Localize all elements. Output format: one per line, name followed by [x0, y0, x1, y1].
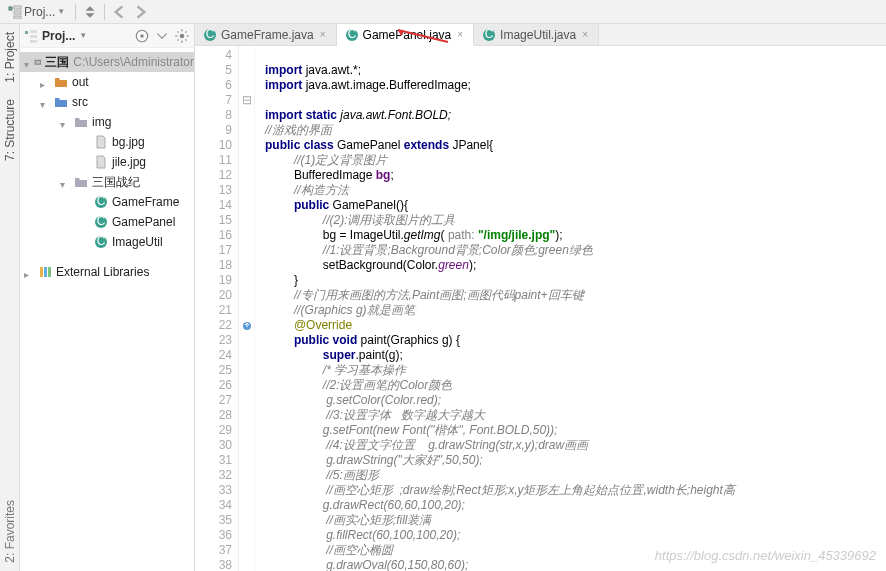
chevron-down-icon[interactable] [40, 97, 50, 107]
tree-node-gamepanel[interactable]: C GamePanel [20, 212, 194, 232]
svg-text:C: C [206, 28, 215, 41]
folder-icon [54, 75, 68, 89]
line-number: 21 [195, 303, 232, 318]
project-tree-icon [8, 5, 22, 19]
tree-label: out [72, 75, 89, 89]
svg-rect-19 [40, 267, 43, 277]
tree-node-jile[interactable]: jile.jpg [20, 152, 194, 172]
toolbar-back-icon[interactable] [111, 4, 127, 20]
collapse-icon[interactable] [82, 4, 98, 20]
class-icon: C [345, 28, 359, 42]
tree-node-gameframe[interactable]: C GameFrame [20, 192, 194, 212]
tab-label: ImageUtil.java [500, 28, 576, 42]
package-icon [74, 175, 88, 189]
chevron-right-icon[interactable] [40, 77, 50, 87]
left-tool-strip: 1: Project 7: Structure 2: Favorites [0, 24, 20, 571]
tool-window-project[interactable]: 1: Project [1, 24, 19, 91]
tree-root-label: 三国 [45, 54, 69, 71]
svg-point-10 [180, 33, 185, 38]
tree-label: src [72, 95, 88, 109]
project-panel-title: Proj... [42, 29, 75, 43]
class-icon: C [94, 235, 108, 249]
line-number: 19 [195, 273, 232, 288]
line-number: 6 [195, 78, 232, 93]
tree-label: ImageUtil [112, 235, 163, 249]
project-panel-header: Proj... ▼ [20, 24, 194, 48]
tree-label: External Libraries [56, 265, 149, 279]
tree-node-out[interactable]: out [20, 72, 194, 92]
tab-label: GameFrame.java [221, 28, 314, 42]
top-toolbar: Proj... ▼ [0, 0, 886, 24]
tree-label: 三国战纪 [92, 174, 140, 191]
tree-node-img[interactable]: img [20, 112, 194, 132]
tool-window-structure-label: 7: Structure [3, 99, 17, 161]
class-icon: C [203, 28, 217, 42]
tree-root[interactable]: 三国 C:\Users\Administrator [20, 52, 194, 72]
line-number: 8 [195, 108, 232, 123]
svg-rect-2 [14, 11, 21, 14]
override-icon[interactable] [239, 318, 254, 333]
gear-icon[interactable] [174, 28, 190, 44]
code-editor[interactable]: import java.awt.*; import java.awt.image… [255, 46, 886, 571]
close-icon[interactable]: × [318, 29, 328, 40]
line-number: 4 [195, 48, 232, 63]
line-number: 20 [195, 288, 232, 303]
chevron-down-icon: ▼ [57, 7, 65, 16]
tool-window-favorites[interactable]: 2: Favorites [1, 492, 19, 571]
class-icon: C [94, 215, 108, 229]
editor-tabs: C GameFrame.java × C GamePanel.java × C … [195, 24, 886, 46]
svg-rect-1 [14, 6, 21, 9]
tab-gamepanel[interactable]: C GamePanel.java × [337, 24, 475, 46]
line-number: 34 [195, 498, 232, 513]
project-tree-icon [24, 29, 38, 43]
tree-label: img [92, 115, 111, 129]
line-number: 24 [195, 348, 232, 363]
tab-imageutil[interactable]: C ImageUtil.java × [474, 24, 599, 45]
close-icon[interactable]: × [455, 29, 465, 40]
line-number: 33 [195, 483, 232, 498]
chevron-down-icon[interactable] [60, 117, 70, 127]
project-sidebar: Proj... ▼ 三国 C:\Users\Administrator out [20, 24, 195, 571]
tree-node-pkg[interactable]: 三国战纪 [20, 172, 194, 192]
fold-icon[interactable]: ⊟ [239, 93, 254, 108]
collapse-icon[interactable] [154, 28, 170, 44]
svg-text:C: C [485, 28, 494, 41]
tree-node-external-libraries[interactable]: External Libraries [20, 262, 194, 282]
chevron-down-icon[interactable] [24, 57, 30, 67]
chevron-down-icon[interactable] [60, 177, 70, 187]
chevron-down-icon[interactable]: ▼ [79, 31, 87, 40]
line-number: 17 [195, 243, 232, 258]
svg-rect-21 [48, 267, 51, 277]
toolbar-project-label: Proj... [24, 5, 55, 19]
project-tree: 三国 C:\Users\Administrator out src img [20, 48, 194, 571]
tree-root-path: C:\Users\Administrator [73, 55, 194, 69]
line-number: 23 [195, 333, 232, 348]
tool-window-structure[interactable]: 7: Structure [1, 91, 19, 169]
tree-label: GameFrame [112, 195, 179, 209]
close-icon[interactable]: × [580, 29, 590, 40]
tool-window-project-label: 1: Project [3, 32, 17, 83]
line-number: 15 [195, 213, 232, 228]
line-number: 7 [195, 93, 232, 108]
chevron-right-icon[interactable] [24, 267, 34, 277]
svg-rect-3 [14, 16, 21, 19]
tree-node-imageutil[interactable]: C ImageUtil [20, 232, 194, 252]
file-icon [94, 155, 108, 169]
tab-label: GamePanel.java [363, 28, 452, 42]
target-icon[interactable] [134, 28, 150, 44]
svg-text:C: C [347, 28, 356, 41]
toolbar-forward-icon[interactable] [133, 4, 149, 20]
module-icon [34, 55, 42, 69]
tool-window-favorites-label: 2: Favorites [3, 500, 17, 563]
tree-node-src[interactable]: src [20, 92, 194, 112]
toolbar-project-button[interactable]: Proj... ▼ [4, 4, 69, 20]
line-number: 16 [195, 228, 232, 243]
tree-node-bg[interactable]: bg.jpg [20, 132, 194, 152]
tab-gameframe[interactable]: C GameFrame.java × [195, 24, 337, 45]
line-number-gutter: 4 5 6 7 8 9 10 11 12 13 14 15 16 17 18 1… [195, 46, 239, 571]
separator [75, 4, 76, 20]
svg-rect-20 [44, 267, 47, 277]
code-area: 4 5 6 7 8 9 10 11 12 13 14 15 16 17 18 1… [195, 46, 886, 571]
svg-text:C: C [97, 215, 106, 228]
class-icon: C [482, 28, 496, 42]
